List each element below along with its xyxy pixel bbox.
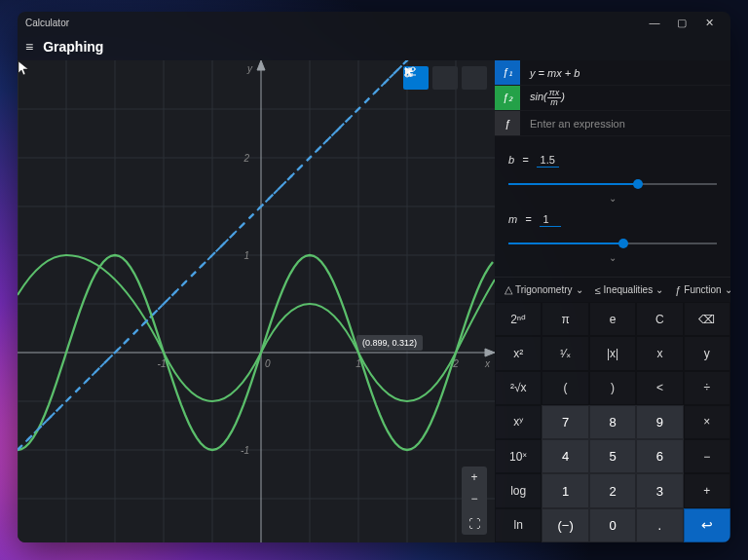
- category-function[interactable]: ƒ Function⌄: [671, 282, 730, 298]
- key-5[interactable]: 5: [589, 439, 636, 473]
- chevron-down-icon: ⌄: [725, 284, 730, 295]
- titlebar: Calculator — ▢ ✕: [18, 12, 730, 33]
- var-m-slider[interactable]: [508, 237, 717, 250]
- key-square[interactable]: x²: [495, 336, 542, 370]
- minimize-button[interactable]: —: [641, 17, 668, 28]
- function-row-2[interactable]: ƒ₂ sin(πxm): [495, 86, 730, 111]
- key-ln[interactable]: ln: [495, 508, 542, 542]
- function-badge-1[interactable]: ƒ₁: [495, 60, 520, 85]
- category-trigonometry[interactable]: △ Trigonometry⌄: [501, 281, 587, 298]
- key-minus[interactable]: −: [684, 439, 730, 473]
- key-rparen[interactable]: ): [589, 371, 636, 405]
- key-backspace[interactable]: ⌫: [684, 302, 730, 336]
- var-b-slider[interactable]: [508, 177, 717, 191]
- key-plus[interactable]: +: [684, 473, 730, 507]
- function-badge-new[interactable]: ƒ: [495, 111, 520, 135]
- equals-sign: =: [525, 213, 531, 225]
- mode-title: Graphing: [43, 39, 103, 55]
- key-multiply[interactable]: ×: [684, 405, 730, 439]
- key-9[interactable]: 9: [636, 405, 683, 439]
- key-y[interactable]: y: [684, 336, 730, 370]
- function-expr-2[interactable]: sin(πxm): [520, 89, 565, 107]
- key-4[interactable]: 4: [542, 439, 588, 473]
- chevron-down-icon: ⌄: [655, 284, 663, 295]
- key-negate[interactable]: (−): [542, 508, 588, 542]
- var-m-value[interactable]: 1: [540, 213, 561, 227]
- key-x[interactable]: x: [636, 336, 683, 370]
- triangle-icon: △: [505, 283, 512, 296]
- close-button[interactable]: ✕: [695, 17, 723, 29]
- calculator-window: Calculator — ▢ ✕ ≡ Graphing: [18, 12, 730, 542]
- key-sqrt[interactable]: ²√x: [495, 371, 542, 405]
- var-m-name: m: [508, 213, 517, 225]
- key-abs[interactable]: |x|: [589, 336, 636, 370]
- category-inequalities[interactable]: ≤ Inequalities⌄: [591, 282, 668, 298]
- key-6[interactable]: 6: [636, 439, 683, 473]
- variable-m: m = 1 ⌄: [508, 213, 717, 265]
- graph-canvas[interactable]: x y -1 0 1 2 -1 1 2: [18, 60, 495, 542]
- inequality-icon: ≤: [595, 284, 601, 296]
- var-b-expand[interactable]: ⌄: [508, 191, 717, 205]
- maximize-button[interactable]: ▢: [668, 17, 695, 29]
- keypad: 2ⁿᵈ π e C ⌫ x² ¹⁄ₓ |x| x y ²√x ( ) < ÷ x…: [495, 302, 730, 542]
- function-badge-2[interactable]: ƒ₂: [495, 86, 520, 110]
- key-decimal[interactable]: .: [636, 508, 683, 542]
- header-bar: ≡ Graphing: [18, 33, 730, 60]
- chevron-down-icon: ⌄: [576, 284, 583, 295]
- function-row-new[interactable]: ƒ Enter an expression: [495, 111, 730, 136]
- key-2[interactable]: 2: [589, 473, 636, 507]
- equals-sign: =: [522, 154, 528, 166]
- var-m-expand[interactable]: ⌄: [508, 250, 717, 265]
- menu-icon[interactable]: ≡: [25, 39, 33, 55]
- key-lparen[interactable]: (: [542, 371, 588, 405]
- key-10x[interactable]: 10ˣ: [495, 439, 542, 473]
- key-1[interactable]: 1: [542, 473, 588, 507]
- function-expr-1[interactable]: y = mx + b: [520, 67, 580, 79]
- svg-line-30: [18, 60, 495, 450]
- key-clear[interactable]: C: [636, 302, 683, 336]
- var-b-name: b: [508, 154, 514, 166]
- key-reciprocal[interactable]: ¹⁄ₓ: [542, 336, 588, 370]
- key-3[interactable]: 3: [636, 473, 683, 507]
- function-row-1[interactable]: ƒ₁ y = mx + b: [495, 60, 730, 86]
- key-e[interactable]: e: [589, 302, 636, 336]
- key-lt[interactable]: <: [636, 371, 683, 405]
- key-log[interactable]: log: [495, 473, 542, 507]
- key-power[interactable]: xʸ: [495, 405, 542, 439]
- category-row: △ Trigonometry⌄ ≤ Inequalities⌄ ƒ Functi…: [495, 277, 730, 302]
- var-b-value[interactable]: 1.5: [537, 154, 559, 168]
- key-pi[interactable]: π: [542, 302, 588, 336]
- variable-b: b = 1.5 ⌄: [508, 154, 717, 205]
- key-2nd[interactable]: 2ⁿᵈ: [495, 302, 542, 336]
- graph-overlay: [18, 60, 495, 542]
- key-7[interactable]: 7: [542, 405, 588, 439]
- function-icon: ƒ: [675, 284, 681, 296]
- key-0[interactable]: 0: [589, 508, 636, 542]
- key-8[interactable]: 8: [589, 405, 636, 439]
- function-input[interactable]: Enter an expression: [520, 118, 625, 130]
- key-enter[interactable]: ↩: [684, 508, 730, 542]
- app-title: Calculator: [25, 18, 69, 28]
- key-divide[interactable]: ÷: [684, 371, 730, 405]
- side-panel: ƒ₁ y = mx + b ƒ₂ sin(πxm) ƒ Enter an exp…: [495, 60, 730, 542]
- variables-panel: b = 1.5 ⌄ m = 1: [495, 136, 730, 277]
